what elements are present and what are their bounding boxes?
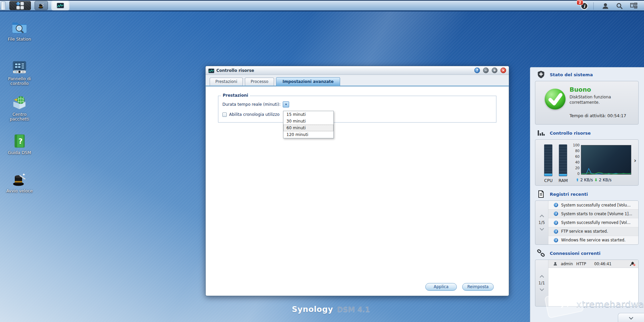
network-chart-axis: 100806040200 [570,143,580,176]
widgets-icon [630,2,638,10]
duration-label: Durata tempo reale (minuti): [222,102,280,107]
recent-logs-title: Registri recenti [550,192,588,197]
desktop-icon-quick-start[interactable]: Avvio veloce [3,171,36,193]
notification-badge: 2 [577,0,583,5]
network-chart-svg [581,145,631,175]
svg-text:?: ? [18,137,22,145]
shield-icon [537,71,545,79]
status-value: Buono [570,86,591,93]
system-status-title: Stato del sistema [550,72,593,77]
info-icon: i [554,203,558,207]
resource-monitor-title: Controllo risorse [550,131,591,136]
search-button[interactable] [615,2,624,10]
dropdown-option-60-minuti[interactable]: 60 minuti [283,125,333,131]
main-menu-icon [16,2,24,9]
desktop-icon-control-panel[interactable]: Pannello di controllo [3,59,36,86]
cpu-label: CPU [542,178,555,183]
log-entry: iFTP service was started. [548,227,638,236]
reset-button[interactable]: Reimposta [462,283,494,291]
info-icon: i [554,221,558,225]
quick-start-icon [11,171,28,187]
disconnect-icon[interactable] [630,262,636,266]
cpu-meter-fill [544,174,552,176]
desktop-icon-label: Avvio veloce [3,189,36,193]
connections-title: Connessioni correnti [550,251,600,256]
dropdown-option-120-minuti[interactable]: 120 minuti [283,131,333,138]
brand-logo-text: Synology [292,305,333,314]
file-station-icon [11,19,28,36]
pilot-view-button[interactable] [629,2,638,10]
history-checkbox-label: Abilita cronologia utilizzo [229,112,279,117]
log-entry-text: System starts to create [Volume 1]... [561,212,632,216]
tab-processo[interactable]: Processo [245,78,274,86]
upload-arrow-icon: ⬆ [576,178,579,182]
log-entry: iSystem starts to create [Volume 1]... [548,210,638,218]
log-entry-text: FTP service was started. [561,229,608,234]
help-button[interactable]: ? [474,67,480,73]
window-body: Prestazioni Durata tempo reale (minuti):… [206,87,508,295]
status-description: DiskStation funziona correttamente. [570,95,632,105]
section-legend: Prestazioni [221,93,250,98]
dsm-branding: Synology DSM 4.1 [292,305,370,314]
log-entry-text: System successfully created [Volu... [561,203,631,208]
connections-pager-count: 1/1 [538,281,545,285]
uptime-label: Tempo di attività: 00:54:17 [570,113,626,118]
desktop-icon-file-station[interactable]: File Station [3,19,36,42]
connections-pager-up[interactable] [540,275,544,279]
ram-label: RAM [556,178,570,183]
info-icon: i [554,238,558,242]
show-desktop-button[interactable] [1,1,6,10]
quick-start-taskbar-button[interactable] [35,1,48,10]
dsm-help-icon: ? [11,133,28,149]
taskbar: i 2 [0,0,644,11]
bar-chart-icon [537,129,545,137]
chevron-down-icon [629,315,633,320]
dropdown-option-30-minuti[interactable]: 30 minuti [283,118,333,125]
log-document-icon [537,190,545,198]
logs-pager-down[interactable] [540,226,544,231]
package-center-icon [11,95,28,111]
tab-prestazioni[interactable]: Prestazioni [210,78,243,86]
resource-monitor-taskbar-button[interactable] [52,1,69,10]
window-titlebar[interactable]: Controllo risorse ? – + × [206,66,509,75]
magic-hat-icon [38,2,45,9]
notifications-button[interactable]: i 2 [581,2,594,10]
system-status-panel: Buono DiskStation funziona correttamente… [535,81,639,125]
watermark: ✕ xtremehardware.com [546,293,644,315]
sidebar-collapse-tab[interactable] [618,313,644,322]
ram-meter [559,144,567,176]
connection-user-icon [553,262,557,266]
logs-pager-up[interactable] [540,215,544,219]
log-entry: iSystem successfully created [Volu... [548,201,638,210]
minimize-button[interactable]: – [483,67,489,73]
main-menu-button[interactable] [9,1,31,10]
apply-button[interactable]: Applica [425,283,457,291]
info-icon: i [554,229,558,234]
user-menu-button[interactable] [601,2,610,10]
cpu-meter [544,144,552,176]
connections-pager-down[interactable] [540,287,544,291]
history-checkbox[interactable] [222,112,227,117]
tab-impostazioni-avanzate[interactable]: Impostazioni avanzate [276,77,340,86]
open-resource-monitor-chevron[interactable]: › [634,157,636,164]
close-button[interactable]: × [500,67,506,73]
window-title: Controllo risorse [216,68,471,73]
desktop-icon-label: Guida DSM [3,150,36,155]
upload-value: 2 KB/s [580,178,593,182]
dropdown-option-15-minuti[interactable]: 15 minuti [283,111,333,118]
desktop-icon-package-center[interactable]: Centro pacchetti [3,95,36,122]
dsm-version: DSM 4.1 [337,306,370,314]
duration-dropdown[interactable]: ▾ [283,101,289,107]
status-ok-icon [545,89,566,109]
resource-monitor-window-icon [208,68,214,73]
connection-row: admin HTTP 00:46:41 [548,260,638,268]
ram-meter-fill [559,174,567,176]
watermark-text: xtremehardware.com [576,299,644,309]
log-entry: iSystem successfully removed [Vol... [548,218,638,227]
logs-pager-count: 1/5 [538,220,545,225]
info-icon: i [554,212,558,216]
maximize-button[interactable]: + [492,67,497,73]
watermark-logo: ✕ [544,289,584,318]
performance-section: Prestazioni Durata tempo reale (minuti):… [218,96,496,123]
desktop-icon-dsm-help[interactable]: ?Guida DSM [3,133,36,155]
